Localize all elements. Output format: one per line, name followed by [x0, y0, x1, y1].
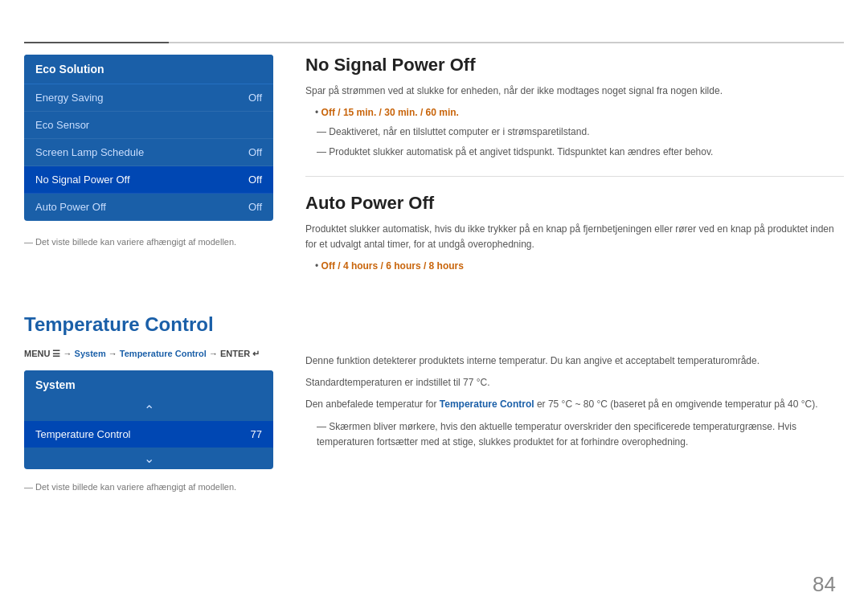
menu-item-screen-lamp-label: Screen Lamp Schedule	[35, 146, 144, 158]
menu-item-auto-power-label: Auto Power Off	[35, 201, 106, 213]
no-signal-dash1: Deaktiveret, når en tilsluttet computer …	[317, 125, 844, 140]
right-content-area: No Signal Power Off Spar på strømmen ved…	[305, 55, 844, 278]
eco-solution-menu-box: Eco Solution Energy Saving Off Eco Senso…	[24, 55, 273, 221]
system-header: System	[24, 370, 273, 399]
menu-path-arrow2: →	[108, 349, 120, 358]
page-number: 84	[813, 572, 836, 597]
eco-solution-panel: Eco Solution Energy Saving Off Eco Senso…	[24, 55, 273, 247]
menu-item-energy-saving[interactable]: Energy Saving Off	[24, 84, 273, 112]
menu-item-energy-saving-value: Off	[248, 92, 262, 104]
chevron-down-icon: ⌄	[144, 451, 154, 466]
menu-item-screen-lamp-value: Off	[248, 146, 262, 158]
auto-power-title: Auto Power Off	[305, 193, 844, 214]
menu-path-arrow3: →	[209, 349, 220, 358]
system-temp-item-value: 77	[251, 428, 262, 440]
menu-path-system: System	[75, 349, 106, 358]
temperature-dash: Skærmen bliver mørkere, hvis den aktuell…	[317, 419, 844, 450]
temperature-menu-path: MENU ☰ → System → Temperature Control → …	[24, 349, 273, 359]
temperature-left-section: Temperature Control MENU ☰ → System → Te…	[24, 313, 273, 492]
temperature-desc3: Den anbefalede temperatur for Temperatur…	[305, 397, 844, 412]
menu-path-arrow1: →	[63, 349, 75, 358]
eco-footnote: ― Det viste billede kan variere afhængig…	[24, 237, 273, 247]
menu-item-auto-power-value: Off	[248, 201, 262, 213]
menu-item-screen-lamp[interactable]: Screen Lamp Schedule Off	[24, 139, 273, 166]
system-arrow-up[interactable]: ⌃	[24, 399, 273, 421]
temperature-right-section: Denne funktion detekterer produktets int…	[305, 313, 844, 454]
system-menu-box: System ⌃ Temperature Control 77 ⌄	[24, 370, 273, 469]
temperature-desc1: Denne funktion detekterer produktets int…	[305, 353, 844, 369]
temperature-desc3-bold: Temperature Control	[440, 398, 534, 410]
menu-item-eco-sensor-label: Eco Sensor	[35, 119, 89, 131]
system-temp-item[interactable]: Temperature Control 77	[24, 421, 273, 447]
eco-solution-header: Eco Solution	[24, 55, 273, 84]
auto-power-desc: Produktet slukker automatisk, hvis du ik…	[305, 222, 844, 252]
temperature-desc3-pre: Den anbefalede temperatur for	[305, 398, 440, 410]
system-arrow-down[interactable]: ⌄	[24, 447, 273, 469]
menu-item-eco-sensor[interactable]: Eco Sensor	[24, 112, 273, 139]
section-divider	[305, 176, 844, 177]
temperature-footnote: ― Det viste billede kan variere afhængig…	[24, 482, 273, 492]
menu-item-no-signal[interactable]: No Signal Power Off Off	[24, 166, 273, 194]
no-signal-options-text: Off / 15 min. / 30 min. / 60 min.	[321, 107, 459, 118]
menu-path-temp: Temperature Control	[120, 349, 207, 358]
menu-path-enter: ENTER ↵	[220, 349, 260, 358]
no-signal-title: No Signal Power Off	[305, 55, 844, 76]
temperature-title: Temperature Control	[24, 313, 273, 336]
menu-item-no-signal-value: Off	[248, 174, 262, 186]
auto-power-options-text: Off / 4 hours / 6 hours / 8 hours	[321, 260, 464, 272]
auto-power-options: Off / 4 hours / 6 hours / 8 hours	[315, 259, 844, 274]
menu-path-menu: MENU ☰	[24, 349, 60, 358]
menu-item-energy-saving-label: Energy Saving	[35, 92, 104, 104]
system-temp-item-label: Temperature Control	[35, 428, 131, 440]
temperature-desc3-post: er 75 °C ~ 80 °C (baseret på en omgivend…	[534, 398, 818, 410]
temperature-desc2: Standardtemperaturen er indstillet til 7…	[305, 375, 844, 390]
no-signal-dash2: Produktet slukker automatisk på et angiv…	[317, 145, 844, 160]
menu-item-auto-power[interactable]: Auto Power Off Off	[24, 194, 273, 221]
menu-item-no-signal-label: No Signal Power Off	[35, 174, 130, 186]
top-line-accent	[24, 42, 169, 43]
no-signal-desc: Spar på strømmen ved at slukke for enhed…	[305, 84, 844, 99]
chevron-up-icon: ⌃	[144, 403, 154, 418]
no-signal-options: Off / 15 min. / 30 min. / 60 min.	[315, 105, 844, 121]
